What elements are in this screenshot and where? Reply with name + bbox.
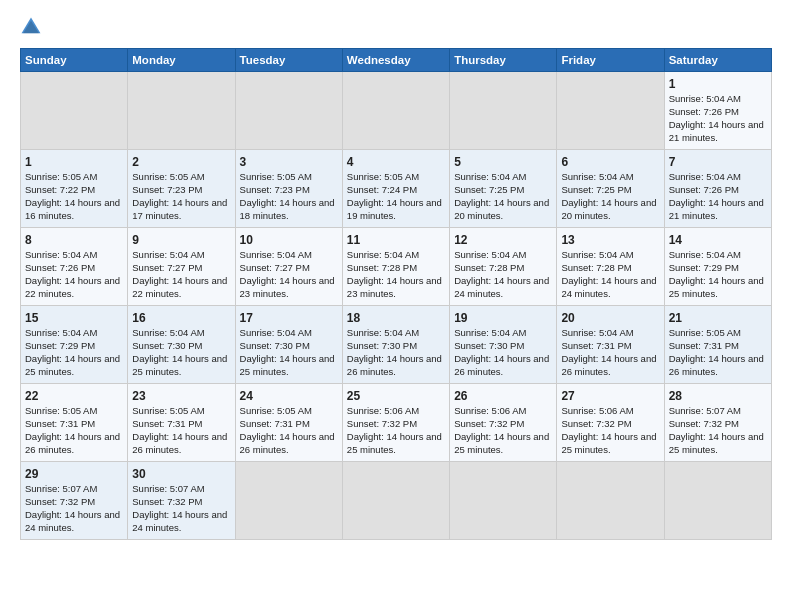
calendar-week-row: 1Sunrise: 5:05 AMSunset: 7:22 PMDaylight…	[21, 150, 772, 228]
sunset-text: Sunset: 7:27 PM	[240, 262, 310, 273]
calendar-cell	[557, 72, 664, 150]
day-number: 21	[669, 310, 767, 326]
calendar-cell: 7Sunrise: 5:04 AMSunset: 7:26 PMDaylight…	[664, 150, 771, 228]
day-number: 30	[132, 466, 230, 482]
daylight-text: Daylight: 14 hours and 26 minutes.	[669, 353, 764, 377]
sunset-text: Sunset: 7:32 PM	[669, 418, 739, 429]
sunset-text: Sunset: 7:30 PM	[454, 340, 524, 351]
sunrise-text: Sunrise: 5:04 AM	[669, 249, 741, 260]
calendar-week-row: 1Sunrise: 5:04 AMSunset: 7:26 PMDaylight…	[21, 72, 772, 150]
day-number: 1	[25, 154, 123, 170]
daylight-text: Daylight: 14 hours and 21 minutes.	[669, 197, 764, 221]
day-number: 2	[132, 154, 230, 170]
sunset-text: Sunset: 7:24 PM	[347, 184, 417, 195]
calendar-cell: 11Sunrise: 5:04 AMSunset: 7:28 PMDayligh…	[342, 228, 449, 306]
calendar-cell: 5Sunrise: 5:04 AMSunset: 7:25 PMDaylight…	[450, 150, 557, 228]
day-number: 1	[669, 76, 767, 92]
day-number: 11	[347, 232, 445, 248]
calendar-cell	[664, 462, 771, 540]
calendar-day-header: Monday	[128, 49, 235, 72]
sunrise-text: Sunrise: 5:05 AM	[240, 405, 312, 416]
day-number: 13	[561, 232, 659, 248]
sunset-text: Sunset: 7:32 PM	[347, 418, 417, 429]
day-number: 16	[132, 310, 230, 326]
day-number: 6	[561, 154, 659, 170]
sunset-text: Sunset: 7:30 PM	[132, 340, 202, 351]
day-number: 29	[25, 466, 123, 482]
calendar-cell: 26Sunrise: 5:06 AMSunset: 7:32 PMDayligh…	[450, 384, 557, 462]
sunrise-text: Sunrise: 5:06 AM	[454, 405, 526, 416]
daylight-text: Daylight: 14 hours and 26 minutes.	[132, 431, 227, 455]
sunset-text: Sunset: 7:28 PM	[561, 262, 631, 273]
logo-icon	[20, 16, 42, 38]
daylight-text: Daylight: 14 hours and 20 minutes.	[561, 197, 656, 221]
sunrise-text: Sunrise: 5:05 AM	[25, 405, 97, 416]
sunrise-text: Sunrise: 5:04 AM	[561, 327, 633, 338]
sunset-text: Sunset: 7:23 PM	[132, 184, 202, 195]
daylight-text: Daylight: 14 hours and 26 minutes.	[240, 431, 335, 455]
daylight-text: Daylight: 14 hours and 26 minutes.	[25, 431, 120, 455]
sunset-text: Sunset: 7:32 PM	[25, 496, 95, 507]
sunrise-text: Sunrise: 5:04 AM	[347, 327, 419, 338]
calendar-day-header: Thursday	[450, 49, 557, 72]
daylight-text: Daylight: 14 hours and 25 minutes.	[561, 431, 656, 455]
calendar-cell: 2Sunrise: 5:05 AMSunset: 7:23 PMDaylight…	[128, 150, 235, 228]
sunrise-text: Sunrise: 5:05 AM	[132, 171, 204, 182]
calendar-cell: 17Sunrise: 5:04 AMSunset: 7:30 PMDayligh…	[235, 306, 342, 384]
sunset-text: Sunset: 7:32 PM	[454, 418, 524, 429]
day-number: 19	[454, 310, 552, 326]
calendar-cell: 25Sunrise: 5:06 AMSunset: 7:32 PMDayligh…	[342, 384, 449, 462]
sunset-text: Sunset: 7:25 PM	[454, 184, 524, 195]
day-number: 7	[669, 154, 767, 170]
day-number: 17	[240, 310, 338, 326]
sunrise-text: Sunrise: 5:05 AM	[669, 327, 741, 338]
sunrise-text: Sunrise: 5:05 AM	[25, 171, 97, 182]
calendar-cell	[450, 72, 557, 150]
day-number: 24	[240, 388, 338, 404]
sunset-text: Sunset: 7:28 PM	[454, 262, 524, 273]
daylight-text: Daylight: 14 hours and 25 minutes.	[669, 275, 764, 299]
daylight-text: Daylight: 14 hours and 18 minutes.	[240, 197, 335, 221]
calendar-cell: 12Sunrise: 5:04 AMSunset: 7:28 PMDayligh…	[450, 228, 557, 306]
sunset-text: Sunset: 7:31 PM	[240, 418, 310, 429]
sunset-text: Sunset: 7:31 PM	[669, 340, 739, 351]
calendar-cell	[128, 72, 235, 150]
calendar-cell	[342, 72, 449, 150]
sunset-text: Sunset: 7:32 PM	[132, 496, 202, 507]
calendar-cell: 15Sunrise: 5:04 AMSunset: 7:29 PMDayligh…	[21, 306, 128, 384]
sunset-text: Sunset: 7:26 PM	[669, 106, 739, 117]
calendar-header-row: SundayMondayTuesdayWednesdayThursdayFrid…	[21, 49, 772, 72]
calendar-cell: 19Sunrise: 5:04 AMSunset: 7:30 PMDayligh…	[450, 306, 557, 384]
daylight-text: Daylight: 14 hours and 23 minutes.	[347, 275, 442, 299]
calendar-cell: 30Sunrise: 5:07 AMSunset: 7:32 PMDayligh…	[128, 462, 235, 540]
daylight-text: Daylight: 14 hours and 26 minutes.	[347, 353, 442, 377]
daylight-text: Daylight: 14 hours and 26 minutes.	[454, 353, 549, 377]
calendar-cell: 1Sunrise: 5:04 AMSunset: 7:26 PMDaylight…	[664, 72, 771, 150]
sunrise-text: Sunrise: 5:07 AM	[25, 483, 97, 494]
sunrise-text: Sunrise: 5:04 AM	[561, 249, 633, 260]
calendar-cell	[342, 462, 449, 540]
calendar-day-header: Sunday	[21, 49, 128, 72]
sunrise-text: Sunrise: 5:04 AM	[240, 249, 312, 260]
calendar-cell: 3Sunrise: 5:05 AMSunset: 7:23 PMDaylight…	[235, 150, 342, 228]
daylight-text: Daylight: 14 hours and 24 minutes.	[25, 509, 120, 533]
calendar-cell	[235, 72, 342, 150]
sunrise-text: Sunrise: 5:04 AM	[454, 171, 526, 182]
calendar-cell	[235, 462, 342, 540]
calendar-week-row: 22Sunrise: 5:05 AMSunset: 7:31 PMDayligh…	[21, 384, 772, 462]
calendar-cell: 13Sunrise: 5:04 AMSunset: 7:28 PMDayligh…	[557, 228, 664, 306]
calendar-cell: 20Sunrise: 5:04 AMSunset: 7:31 PMDayligh…	[557, 306, 664, 384]
daylight-text: Daylight: 14 hours and 25 minutes.	[25, 353, 120, 377]
day-number: 15	[25, 310, 123, 326]
calendar-week-row: 29Sunrise: 5:07 AMSunset: 7:32 PMDayligh…	[21, 462, 772, 540]
calendar-day-header: Friday	[557, 49, 664, 72]
calendar-cell	[21, 72, 128, 150]
day-number: 5	[454, 154, 552, 170]
day-number: 20	[561, 310, 659, 326]
sunset-text: Sunset: 7:28 PM	[347, 262, 417, 273]
daylight-text: Daylight: 14 hours and 23 minutes.	[240, 275, 335, 299]
sunset-text: Sunset: 7:22 PM	[25, 184, 95, 195]
calendar-table: SundayMondayTuesdayWednesdayThursdayFrid…	[20, 48, 772, 540]
day-number: 9	[132, 232, 230, 248]
calendar-cell	[557, 462, 664, 540]
